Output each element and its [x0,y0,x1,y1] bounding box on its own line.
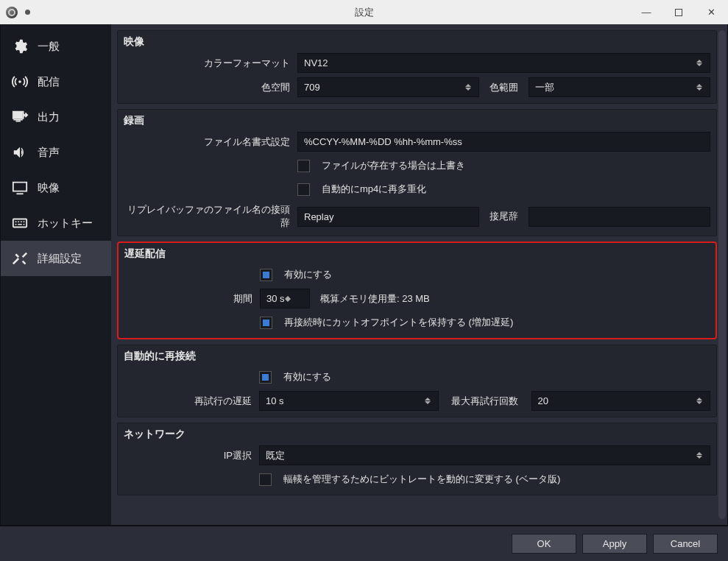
input-value: 20 [538,395,548,406]
sidebar-item-advanced[interactable]: 詳細設定 [1,241,111,276]
dialog-footer: OK Apply Cancel [0,526,728,561]
titlebar: 設定 — ✕ [0,0,728,24]
delay-duration-label: 期間 [124,292,260,306]
filename-format-input[interactable]: %CCYY-%MM-%DD %hh-%mm-%ss [297,132,710,152]
group-title: 自動的に再接続 [124,350,710,363]
group-title: 録画 [124,114,710,127]
max-retries-label: 最大再試行回数 [445,395,526,408]
output-icon [10,109,30,125]
group-title: ネットワーク [124,428,710,441]
color-range-combo[interactable]: 一部 [529,77,710,97]
sidebar-item-label: 映像 [38,181,60,195]
group-auto-reconnect: 自動的に再接続 有効にする 再試行の遅延 10 s 最大再試行回数 [117,345,717,417]
color-format-combo[interactable]: NV12 [297,53,710,73]
ip-select-label: IP選択 [124,449,259,462]
retry-delay-label: 再試行の遅延 [124,395,259,408]
reconnect-enable-label: 有効にする [283,370,331,384]
sidebar-item-general[interactable]: 一般 [1,29,111,64]
group-title: 遅延配信 [124,247,710,261]
speaker-icon [10,144,30,160]
combo-value: NV12 [304,57,328,68]
replay-prefix-label: リプレイバッファのファイル名の接頭辞 [124,203,297,230]
svg-rect-0 [13,219,26,227]
color-range-label: 色範囲 [485,81,523,94]
sidebar-item-label: 詳細設定 [38,252,82,266]
group-recording: 録画 ファイル名書式設定 %CCYY-%MM-%DD %hh-%mm-%ss フ… [117,109,717,236]
color-space-label: 色空間 [124,81,297,94]
sidebar-item-hotkeys[interactable]: ホットキー [1,205,111,241]
sidebar-item-label: 出力 [38,110,60,124]
keyboard-icon [10,215,30,231]
replay-prefix-input[interactable]: Replay [297,207,479,227]
sidebar-item-label: 配信 [38,75,60,89]
replay-suffix-label: 接尾辞 [485,210,523,223]
apply-button[interactable]: Apply [582,534,647,554]
dynamic-bitrate-checkbox[interactable] [259,473,272,486]
replay-suffix-input[interactable] [529,207,710,227]
overwrite-checkbox[interactable] [297,160,310,172]
delay-enable-label: 有効にする [284,268,332,281]
remux-label: 自動的にmp4に再多重化 [322,183,426,196]
sidebar-item-label: 音声 [38,146,60,160]
combo-value: 既定 [266,449,285,462]
color-space-combo[interactable]: 709 [297,77,479,97]
combo-value: 709 [304,82,320,93]
cancel-button[interactable]: Cancel [653,534,718,554]
remux-checkbox[interactable] [297,183,310,196]
delay-enable-checkbox[interactable] [260,269,272,281]
delay-preserve-label: 再接続時にカットオフポイントを保持する (増加遅延) [284,316,513,329]
sidebar-item-stream[interactable]: 配信 [1,64,111,99]
group-video: 映像 カラーフォーマット NV12 色空間 709 色範囲 [117,30,717,104]
filename-format-label: ファイル名書式設定 [124,135,297,149]
monitor-icon [10,180,30,196]
delay-preserve-checkbox[interactable] [260,317,272,329]
antenna-icon [10,74,30,90]
delay-memory-label: 概算メモリ使用量: 23 MB [316,292,434,306]
close-button[interactable]: ✕ [700,7,722,18]
group-title: 映像 [124,35,710,49]
input-value: %CCYY-%MM-%DD %hh-%mm-%ss [304,136,462,147]
sidebar-item-output[interactable]: 出力 [1,99,111,135]
sidebar-item-label: 一般 [38,40,60,54]
sidebar-item-audio[interactable]: 音声 [1,135,111,170]
retry-delay-spinbox[interactable]: 10 s [259,391,439,411]
combo-value: 一部 [535,81,554,94]
maximize-button[interactable] [668,9,690,16]
input-value: 10 s [266,395,284,406]
sidebar-item-label: ホットキー [38,216,93,230]
gear-icon [10,38,30,54]
settings-sidebar: 一般 配信 出力 音声 映像 ホットキー 詳細設定 [1,24,111,525]
group-network: ネットワーク IP選択 既定 輻輳を管理するためにビットレートを動的に変更する … [117,423,717,495]
dynamic-bitrate-label: 輻輳を管理するためにビットレートを動的に変更する (ベータ版) [283,473,560,486]
ip-select-combo[interactable]: 既定 [259,445,710,465]
input-value: Replay [304,211,333,222]
minimize-button[interactable]: — [635,7,657,18]
window-title: 設定 [355,6,374,19]
reconnect-enable-checkbox[interactable] [259,371,272,384]
settings-content: 映像 カラーフォーマット NV12 色空間 709 色範囲 [111,24,727,525]
overwrite-label: ファイルが存在する場合は上書き [322,159,465,172]
input-value: 30 s [266,293,285,304]
tools-icon [10,250,30,267]
ok-button[interactable]: OK [512,534,576,554]
app-logo-icon [6,7,18,18]
max-retries-spinbox[interactable]: 20 [531,391,711,411]
delay-duration-spinbox[interactable]: 30 s [260,289,310,308]
titlebar-dot-icon [25,10,30,15]
scrollbar[interactable] [718,30,726,519]
color-format-label: カラーフォーマット [124,57,297,70]
sidebar-item-video[interactable]: 映像 [1,170,111,205]
group-stream-delay: 遅延配信 有効にする 期間 30 s 概算メモリ使用量: 23 MB [117,241,717,339]
